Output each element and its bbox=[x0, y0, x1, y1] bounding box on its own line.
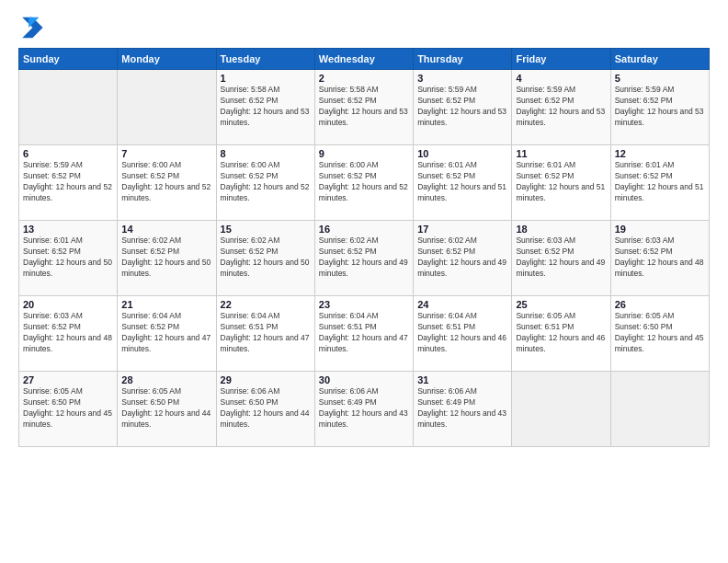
day-cell: 13Sunrise: 6:01 AM Sunset: 6:52 PM Dayli… bbox=[19, 221, 118, 296]
day-cell: 19Sunrise: 6:03 AM Sunset: 6:52 PM Dayli… bbox=[610, 221, 709, 296]
day-number: 22 bbox=[221, 299, 311, 310]
day-info: Sunrise: 5:59 AM Sunset: 6:52 PM Dayligh… bbox=[615, 85, 705, 129]
day-cell: 22Sunrise: 6:04 AM Sunset: 6:51 PM Dayli… bbox=[216, 296, 314, 372]
day-info: Sunrise: 6:05 AM Sunset: 6:50 PM Dayligh… bbox=[615, 311, 705, 355]
day-number: 27 bbox=[23, 374, 113, 385]
day-number: 24 bbox=[417, 299, 507, 310]
day-info: Sunrise: 6:01 AM Sunset: 6:52 PM Dayligh… bbox=[417, 160, 507, 204]
day-cell: 18Sunrise: 6:03 AM Sunset: 6:52 PM Dayli… bbox=[512, 221, 610, 296]
day-cell: 15Sunrise: 6:02 AM Sunset: 6:52 PM Dayli… bbox=[216, 221, 314, 296]
day-info: Sunrise: 6:00 AM Sunset: 6:52 PM Dayligh… bbox=[319, 160, 409, 204]
logo-icon bbox=[18, 15, 44, 40]
day-cell bbox=[610, 372, 709, 447]
logo bbox=[18, 15, 48, 40]
day-cell bbox=[512, 372, 610, 447]
day-info: Sunrise: 6:03 AM Sunset: 6:52 PM Dayligh… bbox=[615, 236, 705, 280]
day-info: Sunrise: 6:01 AM Sunset: 6:52 PM Dayligh… bbox=[615, 160, 705, 204]
day-info: Sunrise: 6:00 AM Sunset: 6:52 PM Dayligh… bbox=[121, 160, 211, 204]
page-header bbox=[18, 15, 710, 40]
day-number: 13 bbox=[23, 224, 113, 235]
day-info: Sunrise: 6:06 AM Sunset: 6:49 PM Dayligh… bbox=[319, 386, 409, 431]
day-number: 25 bbox=[516, 299, 606, 310]
day-cell: 5Sunrise: 5:59 AM Sunset: 6:52 PM Daylig… bbox=[610, 70, 709, 145]
day-cell: 17Sunrise: 6:02 AM Sunset: 6:52 PM Dayli… bbox=[414, 221, 512, 296]
day-cell: 30Sunrise: 6:06 AM Sunset: 6:49 PM Dayli… bbox=[314, 372, 413, 447]
day-cell: 3Sunrise: 5:59 AM Sunset: 6:52 PM Daylig… bbox=[414, 70, 512, 145]
day-info: Sunrise: 6:06 AM Sunset: 6:49 PM Dayligh… bbox=[417, 386, 507, 431]
day-info: Sunrise: 6:06 AM Sunset: 6:50 PM Dayligh… bbox=[221, 386, 311, 431]
day-info: Sunrise: 6:01 AM Sunset: 6:52 PM Dayligh… bbox=[23, 236, 113, 280]
day-number: 28 bbox=[121, 374, 211, 385]
day-cell: 7Sunrise: 6:00 AM Sunset: 6:52 PM Daylig… bbox=[118, 145, 216, 221]
day-number: 18 bbox=[516, 224, 606, 235]
day-info: Sunrise: 6:00 AM Sunset: 6:52 PM Dayligh… bbox=[221, 160, 311, 204]
day-cell: 16Sunrise: 6:02 AM Sunset: 6:52 PM Dayli… bbox=[314, 221, 413, 296]
day-info: Sunrise: 6:05 AM Sunset: 6:50 PM Dayligh… bbox=[23, 386, 113, 431]
day-number: 7 bbox=[121, 148, 211, 159]
day-number: 4 bbox=[516, 73, 606, 84]
week-row-2: 6Sunrise: 5:59 AM Sunset: 6:52 PM Daylig… bbox=[19, 145, 710, 221]
day-cell: 24Sunrise: 6:04 AM Sunset: 6:51 PM Dayli… bbox=[414, 296, 512, 372]
day-number: 3 bbox=[417, 73, 507, 84]
day-info: Sunrise: 5:59 AM Sunset: 6:52 PM Dayligh… bbox=[23, 160, 113, 204]
weekday-header-sunday: Sunday bbox=[19, 49, 118, 70]
day-cell: 12Sunrise: 6:01 AM Sunset: 6:52 PM Dayli… bbox=[610, 145, 709, 221]
day-info: Sunrise: 6:02 AM Sunset: 6:52 PM Dayligh… bbox=[417, 236, 507, 280]
day-number: 9 bbox=[319, 148, 409, 159]
weekday-header-thursday: Thursday bbox=[414, 49, 512, 70]
weekday-header-wednesday: Wednesday bbox=[314, 49, 413, 70]
day-number: 10 bbox=[417, 148, 507, 159]
weekday-header-friday: Friday bbox=[512, 49, 610, 70]
day-number: 14 bbox=[121, 224, 211, 235]
day-info: Sunrise: 6:02 AM Sunset: 6:52 PM Dayligh… bbox=[221, 236, 311, 280]
day-cell: 23Sunrise: 6:04 AM Sunset: 6:51 PM Dayli… bbox=[314, 296, 413, 372]
day-info: Sunrise: 5:58 AM Sunset: 6:52 PM Dayligh… bbox=[221, 85, 311, 129]
day-number: 30 bbox=[319, 374, 409, 385]
day-info: Sunrise: 6:01 AM Sunset: 6:52 PM Dayligh… bbox=[516, 160, 606, 204]
day-info: Sunrise: 6:04 AM Sunset: 6:51 PM Dayligh… bbox=[319, 311, 409, 355]
day-number: 26 bbox=[615, 299, 705, 310]
week-row-1: 1Sunrise: 5:58 AM Sunset: 6:52 PM Daylig… bbox=[19, 70, 710, 145]
day-cell: 6Sunrise: 5:59 AM Sunset: 6:52 PM Daylig… bbox=[19, 145, 118, 221]
day-cell: 2Sunrise: 5:58 AM Sunset: 6:52 PM Daylig… bbox=[314, 70, 413, 145]
day-number: 8 bbox=[221, 148, 311, 159]
day-info: Sunrise: 6:02 AM Sunset: 6:52 PM Dayligh… bbox=[121, 236, 211, 280]
day-cell: 4Sunrise: 5:59 AM Sunset: 6:52 PM Daylig… bbox=[512, 70, 610, 145]
weekday-header-monday: Monday bbox=[118, 49, 216, 70]
day-number: 16 bbox=[319, 224, 409, 235]
day-info: Sunrise: 6:04 AM Sunset: 6:51 PM Dayligh… bbox=[417, 311, 507, 355]
day-number: 15 bbox=[221, 224, 311, 235]
day-cell: 10Sunrise: 6:01 AM Sunset: 6:52 PM Dayli… bbox=[414, 145, 512, 221]
day-info: Sunrise: 5:59 AM Sunset: 6:52 PM Dayligh… bbox=[516, 85, 606, 129]
day-number: 23 bbox=[319, 299, 409, 310]
day-number: 19 bbox=[615, 224, 705, 235]
day-number: 5 bbox=[615, 73, 705, 84]
day-cell: 9Sunrise: 6:00 AM Sunset: 6:52 PM Daylig… bbox=[314, 145, 413, 221]
day-number: 11 bbox=[516, 148, 606, 159]
day-info: Sunrise: 5:58 AM Sunset: 6:52 PM Dayligh… bbox=[319, 85, 409, 129]
calendar: SundayMondayTuesdayWednesdayThursdayFrid… bbox=[18, 48, 710, 447]
day-number: 12 bbox=[615, 148, 705, 159]
day-number: 20 bbox=[23, 299, 113, 310]
day-cell: 20Sunrise: 6:03 AM Sunset: 6:52 PM Dayli… bbox=[19, 296, 118, 372]
week-row-5: 27Sunrise: 6:05 AM Sunset: 6:50 PM Dayli… bbox=[19, 372, 710, 447]
week-row-4: 20Sunrise: 6:03 AM Sunset: 6:52 PM Dayli… bbox=[19, 296, 710, 372]
day-info: Sunrise: 6:02 AM Sunset: 6:52 PM Dayligh… bbox=[319, 236, 409, 280]
weekday-header-tuesday: Tuesday bbox=[216, 49, 314, 70]
day-info: Sunrise: 6:03 AM Sunset: 6:52 PM Dayligh… bbox=[516, 236, 606, 280]
day-cell: 28Sunrise: 6:05 AM Sunset: 6:50 PM Dayli… bbox=[118, 372, 216, 447]
day-info: Sunrise: 6:03 AM Sunset: 6:52 PM Dayligh… bbox=[23, 311, 113, 355]
week-row-3: 13Sunrise: 6:01 AM Sunset: 6:52 PM Dayli… bbox=[19, 221, 710, 296]
day-cell: 31Sunrise: 6:06 AM Sunset: 6:49 PM Dayli… bbox=[414, 372, 512, 447]
weekday-header-saturday: Saturday bbox=[610, 49, 709, 70]
day-cell: 1Sunrise: 5:58 AM Sunset: 6:52 PM Daylig… bbox=[216, 70, 314, 145]
day-number: 31 bbox=[417, 374, 507, 385]
day-cell: 8Sunrise: 6:00 AM Sunset: 6:52 PM Daylig… bbox=[216, 145, 314, 221]
day-cell bbox=[118, 70, 216, 145]
day-info: Sunrise: 6:05 AM Sunset: 6:50 PM Dayligh… bbox=[121, 386, 211, 431]
day-cell bbox=[19, 70, 118, 145]
day-info: Sunrise: 5:59 AM Sunset: 6:52 PM Dayligh… bbox=[417, 85, 507, 129]
day-number: 6 bbox=[23, 148, 113, 159]
day-info: Sunrise: 6:04 AM Sunset: 6:52 PM Dayligh… bbox=[121, 311, 211, 355]
day-number: 21 bbox=[121, 299, 211, 310]
